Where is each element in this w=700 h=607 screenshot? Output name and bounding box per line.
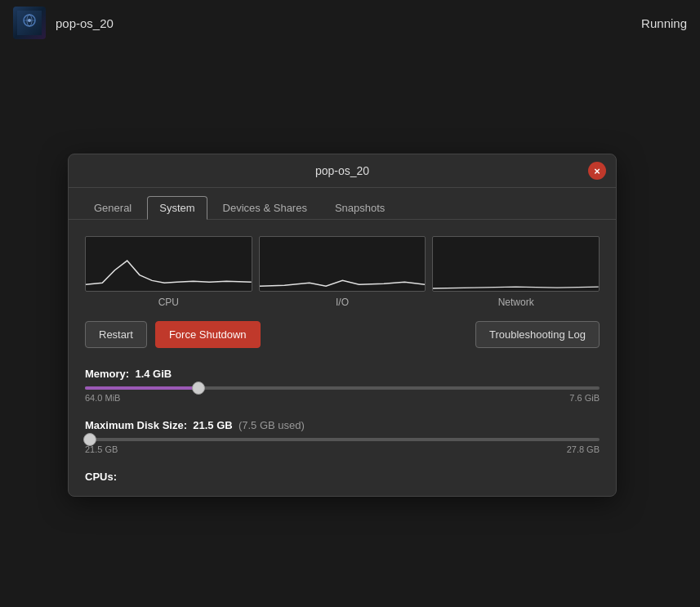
- modal: pop-os_20 × General System Devices & Sha…: [68, 154, 617, 497]
- svg-point-4: [28, 19, 31, 22]
- memory-max: 7.6 GiB: [569, 393, 600, 403]
- memory-slider-fill: [85, 386, 198, 390]
- disk-label: Maximum Disk Size: 21.5 GB (7.5 GB used): [85, 419, 600, 431]
- disk-range: 21.5 GB 27.8 GB: [85, 444, 600, 454]
- disk-max: 27.8 GB: [567, 444, 600, 454]
- top-bar-left: pop-os_20: [13, 7, 114, 39]
- modal-header: pop-os_20 ×: [69, 154, 616, 188]
- network-chart: [432, 236, 600, 292]
- modal-content: CPU I/O Network: [69, 220, 616, 496]
- memory-slider-thumb[interactable]: [192, 382, 205, 395]
- disk-value: 21.5 GB: [193, 419, 232, 431]
- cpus-label-text: CPUs:: [85, 471, 117, 483]
- buttons-row: Restart Force Shutdown Troubleshooting L…: [85, 321, 600, 348]
- io-chart-container: I/O: [259, 236, 426, 308]
- memory-slider-track: [85, 386, 600, 390]
- cpu-label: CPU: [158, 297, 179, 308]
- disk-label-text: Maximum Disk Size:: [85, 419, 187, 431]
- io-chart: [259, 236, 426, 292]
- memory-label-text: Memory:: [85, 368, 129, 380]
- tab-snapshots[interactable]: Snapshots: [323, 196, 397, 220]
- tab-general[interactable]: General: [82, 196, 144, 220]
- tab-system[interactable]: System: [147, 196, 207, 220]
- top-bar: pop-os_20 Running: [0, 0, 700, 46]
- disk-used: (7.5 GB used): [239, 419, 305, 431]
- modal-title: pop-os_20: [315, 164, 369, 177]
- network-label: Network: [498, 297, 534, 308]
- cpus-section: CPUs:: [85, 471, 600, 483]
- memory-value: 1.4 GiB: [135, 368, 172, 380]
- memory-range: 64.0 MiB 7.6 GiB: [85, 393, 600, 403]
- vm-status: Running: [641, 16, 687, 30]
- network-chart-container: Network: [432, 236, 600, 308]
- tab-devices[interactable]: Devices & Shares: [211, 196, 319, 220]
- charts-row: CPU I/O Network: [85, 236, 600, 308]
- force-shutdown-button[interactable]: Force Shutdown: [155, 321, 261, 348]
- tabs: General System Devices & Shares Snapshot…: [69, 188, 616, 220]
- restart-button[interactable]: Restart: [85, 321, 147, 348]
- memory-min: 64.0 MiB: [85, 393, 120, 403]
- io-label: I/O: [336, 297, 349, 308]
- cpu-chart-container: CPU: [85, 236, 252, 308]
- disk-slider-track: [85, 438, 600, 441]
- memory-slider-container: [85, 386, 600, 390]
- troubleshooting-log-button[interactable]: Troubleshooting Log: [475, 321, 600, 348]
- close-button[interactable]: ×: [588, 162, 606, 180]
- memory-label: Memory: 1.4 GiB: [85, 368, 600, 380]
- disk-slider-container: [85, 438, 600, 441]
- vm-icon: [13, 7, 46, 39]
- cpu-chart: [85, 236, 252, 292]
- vm-title: pop-os_20: [56, 16, 114, 30]
- disk-slider-thumb[interactable]: [83, 433, 96, 446]
- disk-section: Maximum Disk Size: 21.5 GB (7.5 GB used)…: [85, 419, 600, 454]
- memory-section: Memory: 1.4 GiB 64.0 MiB 7.6 GiB: [85, 368, 600, 403]
